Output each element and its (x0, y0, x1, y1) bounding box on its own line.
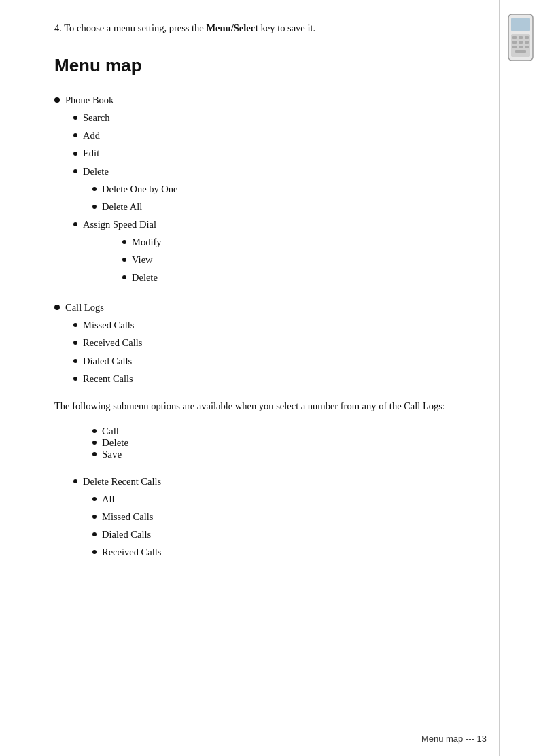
sidebar (500, 0, 541, 756)
call-logs-row: Call Logs (54, 298, 465, 316)
bullet-icon (73, 341, 77, 345)
delete-submenu-row: Delete (92, 437, 465, 449)
bullet-icon (92, 205, 97, 209)
svg-rect-10 (519, 46, 523, 48)
received-calls-del-row: Received Calls (54, 543, 465, 561)
modify-label: Modify (132, 233, 162, 251)
dialed-calls-label: Dialed Calls (83, 352, 132, 370)
page-footer: Menu map --- 13 (421, 734, 487, 744)
delete-all-label: Delete All (102, 198, 142, 216)
save-label: Save (102, 449, 122, 460)
delete-one-label: Delete One by One (102, 180, 178, 198)
received-calls-label: Received Calls (83, 334, 142, 351)
intro-paragraph: 4. To choose a menu setting, press the M… (54, 20, 465, 36)
delete-recent-row: Delete Recent Calls (54, 472, 465, 490)
assign-speed-dial-row: Assign Speed Dial (54, 216, 465, 233)
bullet-icon (122, 275, 126, 279)
svg-rect-5 (525, 36, 529, 39)
recent-calls-row: Recent Calls (54, 370, 465, 388)
svg-rect-9 (512, 46, 517, 48)
intro-text-part1: 4. To choose a menu setting, press the (54, 22, 206, 33)
bullet-icon (73, 479, 77, 483)
all-row: All (54, 490, 465, 508)
intro-text-part2: key to save it. (258, 22, 315, 33)
bullet-icon (92, 550, 97, 554)
intro-bold: Menu/Select (206, 22, 258, 33)
delete-submenu-label: Delete (102, 437, 128, 449)
phone-book-list: Phone Book Search Add Edit (54, 91, 465, 286)
bullet-icon (73, 377, 77, 381)
search-label: Search (83, 109, 109, 126)
missed-calls-label: Missed Calls (83, 316, 134, 334)
edit-label: Edit (83, 144, 99, 162)
view-row: View (54, 251, 465, 269)
recent-calls-label: Recent Calls (83, 370, 133, 388)
edit-row: Edit (54, 144, 465, 162)
dialed-calls-del-row: Dialed Calls (54, 526, 465, 543)
received-calls-row: Received Calls (54, 334, 465, 351)
svg-rect-1 (511, 18, 530, 31)
bullet-icon (92, 429, 97, 433)
bullet-icon (73, 169, 77, 173)
bullet-icon (92, 515, 97, 519)
search-row: Search (54, 109, 465, 126)
svg-rect-4 (519, 36, 523, 39)
bullet-icon (73, 222, 77, 226)
add-row: Add (54, 126, 465, 144)
phone-book-row: Phone Book (54, 91, 465, 109)
svg-rect-7 (519, 41, 523, 44)
all-label: All (102, 490, 115, 508)
assign-speed-dial-label: Assign Speed Dial (83, 216, 156, 233)
bullet-icon (92, 441, 97, 445)
bullet-icon (92, 187, 97, 191)
delete-row: Delete (54, 162, 465, 180)
bullet-icon (73, 152, 77, 156)
delete-speed-dial-label: Delete (132, 269, 158, 286)
svg-rect-11 (525, 46, 529, 48)
submenu-paragraph: The following submenu options are availa… (54, 398, 465, 415)
delete-speed-dial-row: Delete (54, 269, 465, 286)
dialed-calls-row: Dialed Calls (54, 352, 465, 370)
missed-calls-del-row: Missed Calls (54, 508, 465, 526)
modify-row: Modify (54, 233, 465, 251)
call-logs-label: Call Logs (65, 298, 104, 316)
delete-recent-list: Delete Recent Calls All Missed Calls Dia… (54, 472, 465, 561)
svg-rect-6 (512, 41, 517, 44)
bullet-icon (92, 497, 97, 501)
delete-one-row: Delete One by One (54, 180, 465, 198)
delete-label: Delete (83, 162, 109, 180)
delete-all-row: Delete All (54, 198, 465, 216)
received-calls-del-label: Received Calls (102, 543, 161, 561)
missed-calls-del-label: Missed Calls (102, 508, 153, 526)
section-title: Menu map (54, 55, 465, 76)
page-container: 4. To choose a menu setting, press the M… (0, 0, 541, 756)
svg-rect-3 (512, 36, 517, 39)
bullet-icon (54, 305, 60, 310)
bullet-icon (73, 133, 77, 137)
add-label: Add (83, 126, 100, 144)
call-logs-item: Call Logs Missed Calls Received Calls Di… (54, 298, 465, 387)
submenu-items: Call Delete Save (54, 426, 465, 460)
bullet-icon (54, 97, 60, 103)
bullet-icon (122, 240, 126, 244)
delete-recent-item: Delete Recent Calls All Missed Calls Dia… (54, 472, 465, 561)
phone-book-label: Phone Book (65, 91, 114, 109)
view-label: View (132, 251, 153, 269)
call-row: Call (92, 426, 465, 437)
save-row: Save (92, 449, 465, 460)
bullet-icon (122, 258, 126, 262)
delete-recent-label: Delete Recent Calls (83, 472, 161, 490)
bullet-icon (73, 116, 77, 120)
call-label: Call (102, 426, 119, 437)
main-content: 4. To choose a menu setting, press the M… (0, 0, 500, 756)
bullet-icon (92, 452, 97, 456)
svg-rect-8 (525, 41, 529, 44)
phone-image (506, 14, 536, 61)
missed-calls-row: Missed Calls (54, 316, 465, 334)
bullet-icon (92, 532, 97, 536)
svg-rect-12 (515, 50, 526, 53)
phone-book-item: Phone Book Search Add Edit (54, 91, 465, 286)
bullet-icon (73, 359, 77, 363)
dialed-calls-del-label: Dialed Calls (102, 526, 151, 543)
call-logs-list: Call Logs Missed Calls Received Calls Di… (54, 298, 465, 387)
